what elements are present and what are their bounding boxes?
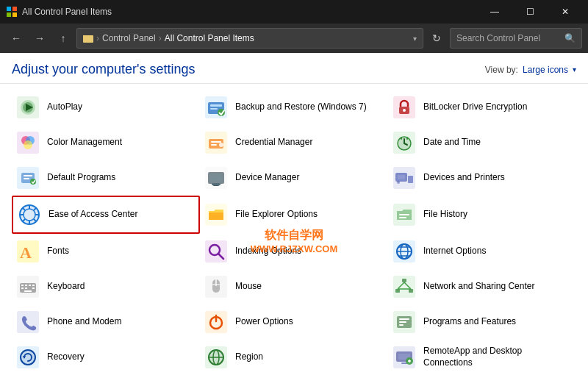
grid-item-indexing[interactable]: Indexing Options: [200, 234, 388, 269]
svg-rect-92: [402, 279, 406, 282]
autoplay-icon: [16, 96, 40, 119]
svg-rect-79: [21, 285, 24, 286]
svg-rect-47: [398, 175, 405, 179]
default-icon: [16, 166, 40, 190]
view-by-value[interactable]: Large icons: [523, 65, 568, 75]
svg-rect-86: [32, 288, 35, 289]
grid-item-bitlocker[interactable]: BitLocker Drive Encryption: [388, 90, 576, 125]
grid-item-region[interactable]: Region: [200, 340, 388, 375]
close-button[interactable]: ✕: [548, 0, 582, 24]
back-button[interactable]: ←: [6, 28, 26, 49]
item-label-programs: Programs and Features: [423, 316, 516, 328]
grid-item-color-mgmt[interactable]: Color Management: [12, 125, 200, 160]
grid-item-backup[interactable]: Backup and Restore (Windows 7): [200, 90, 388, 125]
svg-rect-105: [399, 321, 406, 323]
svg-rect-81: [29, 285, 31, 286]
search-box[interactable]: Search Control Panel 🔍: [450, 28, 582, 49]
grid-item-ease[interactable]: Ease of Access Center: [12, 196, 200, 234]
grid-item-file-history[interactable]: File History: [388, 196, 576, 234]
grid-item-credential[interactable]: Credential Manager: [200, 125, 388, 160]
mouse-icon: [204, 275, 228, 299]
grid-item-device-mgr[interactable]: Device Manager: [200, 160, 388, 196]
credential-icon: [204, 131, 228, 154]
svg-rect-98: [17, 311, 39, 333]
app-icon: [6, 6, 18, 18]
grid-item-datetime[interactable]: Date and Time: [388, 125, 576, 160]
item-label-backup: Backup and Restore (Windows 7): [235, 101, 367, 113]
svg-point-27: [219, 143, 223, 147]
remoteapp-icon: [392, 346, 416, 369]
view-by-arrow[interactable]: ▾: [573, 65, 576, 74]
svg-rect-33: [401, 137, 402, 140]
item-label-credential: Credential Manager: [235, 137, 312, 149]
grid-item-network[interactable]: Network and Sharing Center: [388, 269, 576, 304]
grid-item-fonts[interactable]: AFonts: [12, 234, 200, 269]
refresh-button[interactable]: ↻: [426, 28, 447, 49]
svg-rect-13: [210, 104, 222, 107]
grid-item-autoplay[interactable]: AutoPlay: [12, 90, 200, 125]
minimize-button[interactable]: —: [478, 0, 512, 24]
svg-rect-14: [210, 108, 218, 110]
item-label-ease: Ease of Access Center: [49, 209, 137, 221]
item-label-datetime: Date and Time: [423, 137, 481, 149]
svg-rect-44: [212, 183, 220, 185]
up-button[interactable]: ↑: [53, 28, 74, 49]
filehistory-icon: [392, 203, 416, 226]
search-icon: 🔍: [564, 33, 576, 43]
search-placeholder: Search Control Panel: [456, 33, 562, 43]
backup-icon: [204, 96, 228, 119]
bitlocker-icon: [392, 96, 416, 119]
network-icon: [392, 275, 416, 299]
grid-item-phone[interactable]: Phone and Modem: [12, 304, 200, 340]
content-header: Adjust your computer's settings View by:…: [0, 53, 588, 84]
path-sep2: ›: [159, 33, 162, 43]
maximize-button[interactable]: ☐: [513, 0, 547, 24]
grid-item-default-prog[interactable]: Default Programs: [12, 160, 200, 196]
title-bar: All Control Panel Items — ☐ ✕: [0, 0, 588, 24]
window-controls: — ☐ ✕: [478, 0, 582, 24]
item-label-file-explorer: File Explorer Options: [235, 209, 318, 221]
svg-rect-42: [210, 174, 222, 182]
svg-rect-25: [211, 141, 221, 143]
item-label-power: Power Options: [235, 316, 293, 328]
svg-rect-3: [12, 12, 17, 17]
svg-rect-106: [399, 324, 404, 326]
color-icon: [16, 131, 40, 154]
svg-point-18: [403, 109, 406, 112]
devicemgr-icon: [204, 166, 228, 190]
svg-rect-82: [32, 285, 35, 286]
item-label-recovery: Recovery: [47, 351, 85, 363]
address-input[interactable]: › Control Panel › All Control Panel Item…: [76, 28, 423, 49]
svg-rect-26: [211, 144, 217, 146]
item-label-mouse: Mouse: [235, 281, 262, 293]
grid-item-programs[interactable]: Programs and Features: [388, 304, 576, 340]
recovery-icon: [16, 346, 40, 369]
grid-item-internet[interactable]: Internet Options: [388, 234, 576, 269]
path-current: All Control Panel Items: [165, 33, 254, 43]
grid-item-remoteapp[interactable]: RemoteApp and Desktop Connections: [388, 340, 576, 375]
item-label-network: Network and Sharing Center: [423, 281, 534, 293]
address-dropdown-arrow[interactable]: ▾: [413, 35, 417, 43]
window-title: All Control Panel Items: [22, 7, 478, 17]
grid-item-keyboard[interactable]: Keyboard: [12, 269, 200, 304]
item-label-default-prog: Default Programs: [47, 172, 115, 184]
svg-point-49: [397, 181, 400, 184]
fonts-icon: A: [16, 240, 40, 263]
grid-item-recovery[interactable]: Recovery: [12, 340, 200, 375]
item-label-devices: Devices and Printers: [423, 172, 505, 184]
item-label-remoteapp: RemoteApp and Desktop Connections: [423, 346, 572, 368]
path-sep1: ›: [96, 33, 99, 43]
svg-point-22: [24, 140, 32, 149]
items-grid: AutoPlayBackup and Restore (Windows 7)Bi…: [0, 84, 588, 375]
grid-item-devices[interactable]: Devices and Printers: [388, 160, 576, 196]
ease-icon: [18, 203, 41, 226]
forward-button[interactable]: →: [29, 28, 50, 49]
item-label-keyboard: Keyboard: [47, 281, 85, 293]
grid-item-mouse[interactable]: Mouse: [200, 269, 388, 304]
grid-item-power[interactable]: Power Options: [200, 304, 388, 340]
svg-rect-84: [25, 288, 27, 289]
svg-rect-38: [24, 178, 29, 179]
grid-item-file-explorer[interactable]: File Explorer Options: [200, 196, 388, 234]
svg-rect-83: [21, 288, 24, 289]
svg-rect-65: [399, 217, 406, 218]
